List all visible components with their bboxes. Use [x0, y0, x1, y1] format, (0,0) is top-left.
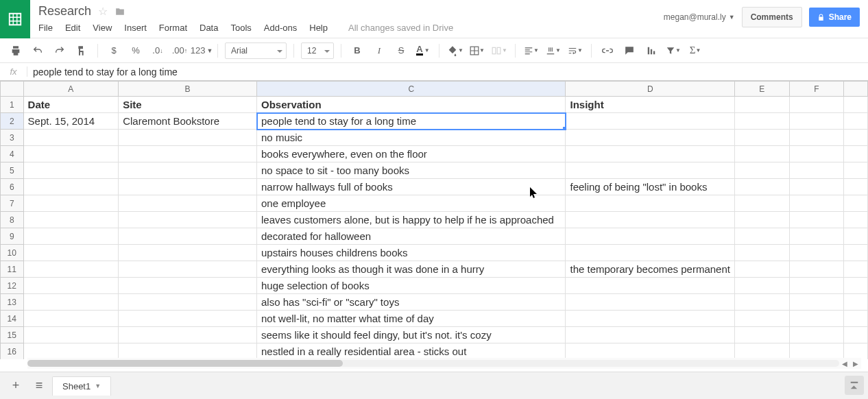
col-D[interactable]: D [566, 82, 734, 97]
cell[interactable] [844, 130, 868, 146]
formula-input[interactable] [27, 66, 868, 77]
cell-B8[interactable] [119, 212, 257, 228]
increase-decimal[interactable]: .00↑ [171, 42, 189, 60]
col-extra[interactable] [844, 82, 868, 97]
cell-D1[interactable]: Insight [566, 97, 734, 113]
cell-B12[interactable] [119, 278, 257, 294]
cell[interactable] [789, 228, 844, 245]
cell[interactable] [844, 212, 868, 228]
cell-E1[interactable] [734, 97, 789, 113]
menu-data[interactable]: Data [200, 23, 218, 33]
cell[interactable] [789, 146, 844, 162]
cell[interactable] [844, 113, 868, 130]
cell-C14[interactable]: not well-lit, no matter what time of day [257, 311, 566, 327]
paint-format-icon[interactable] [73, 42, 91, 60]
doc-title[interactable]: Research [38, 4, 91, 19]
merge-cells-icon[interactable]: ▼ [490, 42, 508, 60]
cell-C9[interactable]: decorated for halloween [257, 228, 566, 245]
cell-D12[interactable] [566, 278, 734, 294]
cell[interactable] [789, 278, 844, 294]
cell[interactable] [734, 195, 789, 212]
menu-format[interactable]: Format [159, 23, 187, 33]
cell-D2[interactable] [566, 113, 734, 130]
menu-insert[interactable]: Insert [124, 23, 147, 33]
more-formats[interactable]: 123▼ [193, 42, 210, 60]
cell-A3[interactable] [23, 130, 119, 146]
cell[interactable] [844, 311, 868, 327]
cell-B9[interactable] [119, 228, 257, 245]
col-B[interactable]: B [119, 82, 257, 97]
cell-A15[interactable] [23, 327, 119, 343]
cell-C15[interactable]: seems like it should feel dingy, but it'… [257, 327, 566, 343]
cell-D5[interactable] [566, 162, 734, 179]
font-size-select[interactable]: 12 [301, 43, 334, 59]
cell[interactable] [734, 278, 789, 294]
bold-button[interactable]: B [348, 42, 366, 60]
cell[interactable] [789, 245, 844, 261]
chevron-down-icon[interactable]: ▼ [95, 383, 101, 389]
spreadsheet-grid[interactable]: A B C D E F 1 Date Site Observation Insi… [0, 81, 868, 359]
cell-D11[interactable]: the temporary becomes permanent [566, 261, 734, 278]
share-button[interactable]: Share [809, 8, 860, 27]
cell[interactable] [789, 130, 844, 146]
cell-D4[interactable] [566, 146, 734, 162]
functions-icon[interactable]: Σ▼ [686, 42, 704, 60]
cell-A8[interactable] [23, 212, 119, 228]
cell[interactable] [789, 195, 844, 212]
cell-D13[interactable] [566, 294, 734, 311]
row-9[interactable]: 9 [1, 228, 24, 245]
menu-view[interactable]: View [93, 23, 112, 33]
cell[interactable] [844, 245, 868, 261]
comments-button[interactable]: Comments [742, 7, 802, 27]
cell[interactable] [789, 162, 844, 179]
cell[interactable] [734, 162, 789, 179]
insert-chart-icon[interactable] [642, 42, 660, 60]
cell-A1[interactable]: Date [23, 97, 119, 113]
cell-B3[interactable] [119, 130, 257, 146]
cell-A9[interactable] [23, 228, 119, 245]
menu-edit[interactable]: Edit [65, 23, 80, 33]
cell-A14[interactable] [23, 311, 119, 327]
menu-file[interactable]: File [38, 23, 53, 33]
cell-D10[interactable] [566, 245, 734, 261]
row-2[interactable]: 2 [1, 113, 24, 130]
text-wrap-icon[interactable]: ▼ [566, 42, 584, 60]
cell-A7[interactable] [23, 195, 119, 212]
row-6[interactable]: 6 [1, 179, 24, 195]
cell[interactable] [844, 195, 868, 212]
add-sheet-button[interactable]: + [5, 376, 26, 396]
row-16[interactable]: 16 [1, 343, 24, 360]
cell-B16[interactable] [119, 343, 257, 360]
all-sheets-button[interactable]: ≡ [29, 376, 49, 396]
cell-C7[interactable]: one employee [257, 195, 566, 212]
cell[interactable] [789, 311, 844, 327]
row-15[interactable]: 15 [1, 327, 24, 343]
cell-B13[interactable] [119, 294, 257, 311]
scroll-left-icon[interactable]: ◀ [839, 358, 850, 369]
cell[interactable] [734, 228, 789, 245]
cell[interactable] [734, 327, 789, 343]
sheet-tab-1[interactable]: Sheet1 ▼ [52, 376, 111, 396]
col-F[interactable]: F [789, 82, 844, 97]
cell-C1[interactable]: Observation [257, 97, 566, 113]
row-13[interactable]: 13 [1, 294, 24, 311]
cell[interactable] [844, 278, 868, 294]
cell-F2[interactable] [789, 113, 844, 130]
text-color-button[interactable]: A▼ [414, 42, 432, 60]
cell-D16[interactable] [566, 343, 734, 360]
row-8[interactable]: 8 [1, 212, 24, 228]
cell[interactable] [844, 294, 868, 311]
borders-icon[interactable]: ▼ [468, 42, 486, 60]
cell-B5[interactable] [119, 162, 257, 179]
folder-icon[interactable] [114, 7, 125, 16]
cell-C13[interactable]: also has "sci-fi" or "scary" toys [257, 294, 566, 311]
cell-A5[interactable] [23, 162, 119, 179]
cell[interactable] [844, 162, 868, 179]
cell[interactable] [734, 179, 789, 195]
v-align-icon[interactable]: ▼ [544, 42, 562, 60]
row-5[interactable]: 5 [1, 162, 24, 179]
select-all-corner[interactable] [1, 82, 24, 97]
menu-help[interactable]: Help [309, 23, 328, 33]
star-icon[interactable]: ☆ [98, 5, 108, 18]
col-A[interactable]: A [23, 82, 119, 97]
